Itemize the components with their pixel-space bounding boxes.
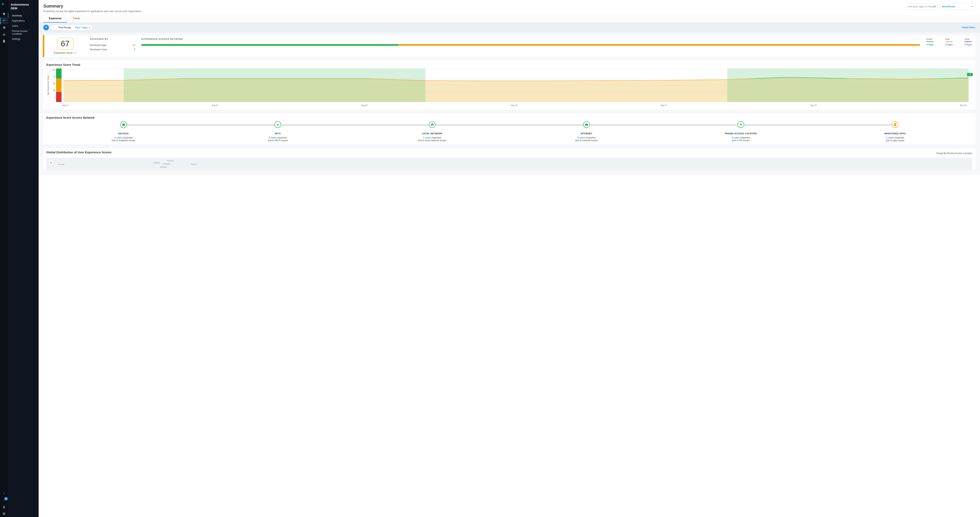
sidebar-item-prisma-access-locations[interactable]: Prisma Access Locations bbox=[8, 29, 38, 37]
segment-users-link[interactable]: 0 users bbox=[578, 136, 585, 139]
svg-rect-15 bbox=[245, 69, 305, 102]
monitored-apps-link[interactable]: 12 bbox=[133, 44, 135, 46]
segment-title: DEVICES bbox=[118, 132, 129, 135]
bar-segment-fair bbox=[398, 44, 920, 46]
cloud-icon bbox=[583, 121, 590, 128]
segment-users-link[interactable]: 0 users bbox=[115, 136, 122, 139]
rail-help[interactable]: ? bbox=[0, 490, 8, 497]
segments-card: Experience Score Across Network DEVICES … bbox=[43, 113, 976, 145]
tab-trends[interactable]: Trends bbox=[67, 15, 86, 22]
segment-lan[interactable]: LOCAL NETWORK 1 users impacted due to lo… bbox=[355, 121, 509, 142]
bar-segment-good bbox=[142, 44, 398, 46]
map-label: Finland bbox=[167, 160, 173, 162]
experience-score-label: Experience Score bbox=[54, 51, 73, 54]
trend-chart[interactable]: 72 Aug 13Aug 14Aug 15Aug 16Aug 17Aug 18A… bbox=[56, 69, 972, 102]
monitored-users-label: Monitored Users bbox=[90, 48, 107, 51]
chip-remove-icon[interactable]: × bbox=[54, 26, 56, 29]
segment-title: LOCAL NETWORK bbox=[422, 132, 442, 135]
segments-title: Experience Score Across Network bbox=[46, 116, 972, 119]
side-navigation: Autonomous DEM SummaryApplicationsUsersP… bbox=[8, 0, 38, 517]
wifi-icon bbox=[274, 121, 281, 128]
map-label: Russia bbox=[191, 163, 197, 165]
map-label: Sweden bbox=[163, 163, 170, 165]
svg-marker-0 bbox=[2, 3, 4, 5]
content: 67 Experience Scorei ACCESSED BY Monitor… bbox=[38, 32, 980, 175]
segment-wifi[interactable]: Wi-Fi 0 users impacted due to Wi-Fi issu… bbox=[201, 121, 355, 142]
svg-text:?: ? bbox=[3, 492, 4, 495]
info-icon[interactable]: i bbox=[74, 52, 76, 54]
rail-info-badge: 11 bbox=[4, 497, 8, 500]
experience-bar bbox=[142, 44, 920, 46]
legend-fair-label: Fair bbox=[945, 38, 953, 41]
segment-apps[interactable]: MONITORED APPS 2 users impacted due to a… bbox=[818, 121, 972, 142]
map-card: Global Distribution of User Experience S… bbox=[43, 148, 976, 170]
page-tabs: ExperienceTrends bbox=[38, 15, 980, 23]
legend-good-link[interactable]: 4 Apps bbox=[926, 43, 934, 46]
svg-text:i: i bbox=[3, 499, 4, 501]
global-search[interactable] bbox=[906, 3, 938, 10]
rail-user[interactable] bbox=[0, 504, 8, 510]
segment-users-link[interactable]: 0 users bbox=[269, 136, 277, 139]
svg-rect-17 bbox=[365, 69, 425, 102]
tab-experience[interactable]: Experience bbox=[43, 15, 67, 22]
chart-x-axis: Aug 13Aug 14Aug 15Aug 16Aug 17Aug 18Aug … bbox=[56, 104, 972, 106]
network-icon bbox=[429, 121, 436, 128]
search-input[interactable] bbox=[908, 5, 936, 8]
rail-apps[interactable] bbox=[0, 510, 8, 517]
trend-title: Experience Score Trend bbox=[46, 63, 972, 66]
chevron-down-icon bbox=[89, 27, 90, 28]
svg-rect-20 bbox=[848, 69, 908, 102]
experience-legend: Good4 Apps Fair8 Apps Poor0 Apps bbox=[926, 38, 972, 53]
sidebar-item-users[interactable]: Users bbox=[8, 23, 38, 29]
segment-reason: due to PA issues bbox=[732, 139, 750, 142]
monitored-users-link[interactable]: 4 bbox=[134, 48, 135, 51]
segment-devices[interactable]: DEVICES 0 users impacted due to endpoint… bbox=[46, 121, 201, 142]
tenant-value: alvisofincorp bbox=[942, 5, 955, 8]
map-label: Iceland bbox=[153, 162, 159, 164]
reset-filters-link[interactable]: Reset Filters bbox=[962, 26, 975, 29]
page-title: Summary bbox=[43, 3, 142, 9]
svg-rect-16 bbox=[305, 69, 365, 102]
svg-rect-14 bbox=[184, 69, 245, 102]
svg-rect-21 bbox=[908, 69, 969, 102]
rail-dem[interactable] bbox=[0, 18, 8, 24]
page-subtitle: Proactively monitor the digital experien… bbox=[43, 10, 142, 13]
sidebar-item-settings[interactable]: Settings bbox=[8, 37, 38, 41]
map-groupby[interactable]: Group By Prisma Access Location bbox=[937, 152, 972, 155]
segment-pa[interactable]: PRISMA ACCESS LOCATION 0 users impacted … bbox=[663, 121, 818, 142]
search-icon bbox=[933, 5, 936, 8]
segment-reason: due to local network issues bbox=[418, 139, 447, 142]
time-range-chip[interactable]: × Time Range Past 7 days bbox=[51, 25, 93, 30]
segment-users-link[interactable]: 2 users bbox=[886, 136, 894, 139]
rail-info[interactable]: i11 bbox=[0, 497, 8, 504]
rail-files[interactable] bbox=[0, 38, 8, 45]
legend-poor-link[interactable]: 0 Apps bbox=[964, 43, 972, 46]
laptop-icon bbox=[120, 121, 127, 128]
segment-users-link[interactable]: 1 users bbox=[423, 136, 431, 139]
prisma-icon bbox=[738, 121, 744, 128]
accessed-by-header: ACCESSED BY bbox=[90, 38, 135, 40]
rail-reports[interactable] bbox=[0, 31, 8, 38]
chevron-down-icon bbox=[972, 6, 973, 7]
monitored-apps-label: Monitored Apps bbox=[90, 44, 106, 46]
svg-rect-5 bbox=[56, 92, 62, 102]
trend-end-flag: 72 bbox=[967, 73, 973, 76]
map-zoom-in-button[interactable]: + bbox=[48, 160, 54, 166]
filter-button[interactable] bbox=[43, 25, 49, 30]
rail-settings[interactable] bbox=[0, 24, 8, 31]
legend-fair-link[interactable]: 8 Apps bbox=[945, 43, 953, 46]
legend-poor-label: Poor bbox=[964, 38, 972, 41]
tenant-selector[interactable]: alvisofincorp bbox=[940, 3, 975, 10]
app-icon bbox=[892, 121, 899, 128]
map-label: Russia bbox=[58, 163, 64, 165]
brand-logo bbox=[1, 2, 7, 8]
sidebar-item-summary[interactable]: Summary bbox=[8, 13, 38, 18]
rail-insights[interactable] bbox=[0, 11, 8, 18]
segment-title: Wi-Fi bbox=[275, 132, 281, 135]
world-map[interactable]: + Russia Iceland Finland Sweden Norway R… bbox=[46, 158, 972, 170]
segment-internet[interactable]: INTERNET 0 users impacted due to Interne… bbox=[509, 121, 664, 142]
chip-label: Time Range bbox=[58, 26, 71, 29]
segment-users-link[interactable]: 0 users bbox=[732, 136, 740, 139]
main: Summary Proactively monitor the digital … bbox=[38, 0, 980, 517]
sidebar-item-applications[interactable]: Applications bbox=[8, 18, 38, 23]
